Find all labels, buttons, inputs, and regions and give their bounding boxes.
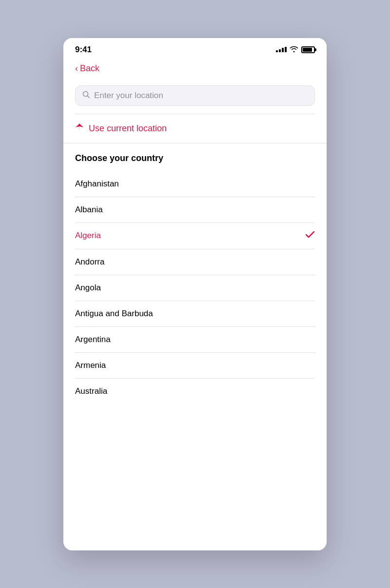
country-name: Antigua and Barbuda bbox=[75, 309, 153, 319]
search-icon bbox=[82, 91, 90, 101]
country-name: Albania bbox=[75, 205, 103, 215]
svg-line-1 bbox=[88, 96, 90, 98]
nav-bar: ‹ Back bbox=[63, 59, 327, 81]
country-list-item[interactable]: Afghanistan bbox=[75, 171, 315, 197]
status-bar: 9:41 bbox=[63, 38, 327, 59]
search-bar[interactable] bbox=[75, 85, 315, 106]
country-list-item[interactable]: Angola bbox=[75, 275, 315, 301]
location-search-input[interactable] bbox=[94, 91, 308, 101]
country-list: AfghanistanAlbaniaAlgeriaAndorraAngolaAn… bbox=[75, 171, 315, 404]
checkmark-icon bbox=[305, 231, 315, 241]
location-arrow-icon bbox=[75, 123, 84, 134]
signal-icon bbox=[276, 47, 287, 52]
phone-screen: 9:41 ‹ Back bbox=[63, 38, 327, 550]
country-name: Armenia bbox=[75, 361, 106, 370]
country-section-title: Choose your country bbox=[75, 153, 315, 163]
country-name: Afghanistan bbox=[75, 179, 119, 189]
status-time: 9:41 bbox=[75, 45, 92, 55]
country-name: Argentina bbox=[75, 335, 111, 345]
status-icons bbox=[276, 45, 315, 54]
back-button[interactable]: ‹ Back bbox=[75, 63, 99, 74]
country-list-item[interactable]: Antigua and Barbuda bbox=[75, 301, 315, 327]
country-list-section: Choose your country AfghanistanAlbaniaAl… bbox=[63, 143, 327, 404]
country-list-item[interactable]: Albania bbox=[75, 197, 315, 223]
country-list-item[interactable]: Australia bbox=[75, 379, 315, 404]
country-name: Australia bbox=[75, 386, 107, 396]
country-name: Angola bbox=[75, 283, 101, 293]
search-section bbox=[63, 81, 327, 114]
back-label: Back bbox=[80, 63, 99, 74]
current-location-section: Use current location bbox=[63, 114, 327, 143]
country-list-item[interactable]: Andorra bbox=[75, 249, 315, 275]
country-list-item[interactable]: Algeria bbox=[75, 223, 315, 249]
back-chevron-icon: ‹ bbox=[75, 63, 78, 74]
country-list-item[interactable]: Argentina bbox=[75, 327, 315, 353]
wifi-icon bbox=[290, 45, 298, 54]
current-location-button[interactable]: Use current location bbox=[75, 123, 315, 134]
country-name: Andorra bbox=[75, 257, 104, 267]
current-location-label: Use current location bbox=[89, 123, 167, 134]
country-list-item[interactable]: Armenia bbox=[75, 353, 315, 379]
battery-icon bbox=[301, 46, 315, 53]
country-name: Algeria bbox=[75, 231, 101, 241]
